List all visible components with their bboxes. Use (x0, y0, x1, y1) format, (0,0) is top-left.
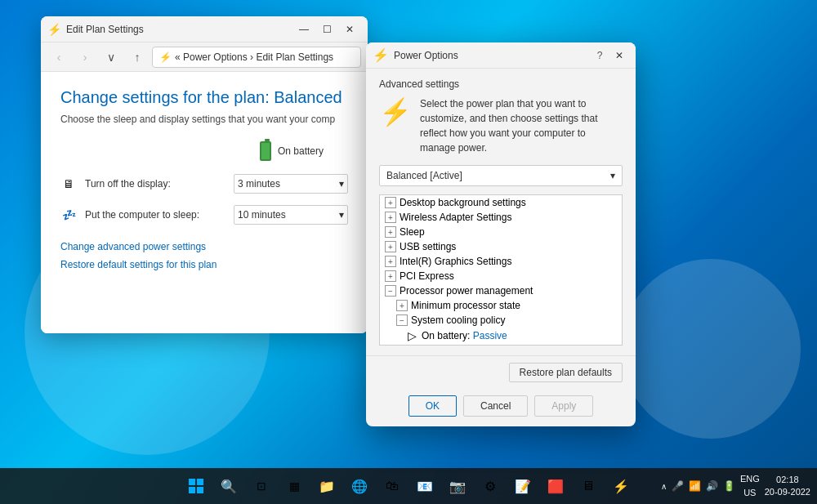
power-options-title: Power Options (394, 50, 590, 61)
tree-item-cooling[interactable]: − System cooling policy (380, 313, 622, 328)
sleep-icon: 💤 (60, 207, 77, 223)
up-button[interactable]: ↑ (126, 46, 149, 69)
svg-rect-0 (189, 479, 195, 485)
dropdown-arrow-icon-2: ▾ (339, 209, 344, 221)
settings-tree[interactable]: + Desktop background settings + Wireless… (379, 194, 623, 346)
power-options-image: ⚡ (379, 96, 412, 127)
tree-item-min-proc[interactable]: + Minimum processor state (380, 298, 622, 313)
address-text: « Power Options › Edit Plan Settings (175, 51, 333, 63)
sleep-dropdown[interactable]: 10 minutes ▾ (234, 205, 348, 225)
taskbar-app-explorer[interactable]: 📁 (312, 471, 342, 501)
expand-icon-cooling[interactable]: − (396, 314, 408, 326)
taskbar-time: 02:18 (765, 474, 810, 486)
taskbar-app-onenote[interactable]: 📝 (508, 471, 538, 501)
turn-off-display-row: 🖥 Turn off the display: 3 minutes ▾ (60, 174, 348, 194)
tree-item-on-battery[interactable]: ▷ On battery: Passive (380, 328, 622, 344)
tree-label-on-battery: On battery: Passive (422, 330, 507, 341)
taskbar-mic-icon[interactable]: 🎤 (672, 480, 684, 492)
svg-rect-2 (189, 487, 195, 493)
taskbar-app-store[interactable]: 🛍 (377, 471, 407, 501)
on-battery-value: Passive (473, 330, 507, 341)
restore-defaults-link[interactable]: Restore default settings for this plan (60, 259, 348, 270)
tree-item-pci[interactable]: + PCI Express (380, 269, 622, 283)
expand-icon-pci[interactable]: + (385, 270, 396, 282)
dialog-body: Advanced settings ⚡ Select the power pla… (366, 69, 636, 355)
maximize-button[interactable]: ☐ (315, 18, 338, 41)
taskbar-wifi-icon[interactable]: 📶 (689, 480, 701, 492)
start-button[interactable] (181, 471, 211, 501)
expand-icon-intel[interactable]: + (385, 256, 396, 267)
taskbar-app-settings[interactable]: ⚙ (475, 471, 505, 501)
taskbar-app-power[interactable]: ⚡ (606, 471, 636, 501)
tree-label-processor: Processor power management (400, 285, 533, 297)
widgets-button[interactable]: ▦ (279, 471, 309, 501)
taskbar-volume-icon[interactable]: 🔊 (706, 480, 718, 492)
taskbar-date: 20-09-2022 (765, 486, 810, 498)
expand-icon-desktop-bg[interactable]: + (385, 197, 396, 208)
display-icon: 🖥 (60, 176, 77, 192)
taskbar-region-text: US (743, 488, 756, 498)
taskview-button[interactable]: ⊡ (247, 471, 276, 501)
apply-button[interactable]: Apply (534, 395, 593, 417)
tree-label-usb: USB settings (400, 241, 456, 252)
tree-item-sleep[interactable]: + Sleep (380, 225, 622, 239)
dialog-action-buttons: OK Cancel Apply (366, 389, 636, 426)
taskbar-battery-icon[interactable]: 🔋 (723, 480, 735, 492)
plan-select-value: Balanced [Active] (386, 170, 462, 181)
cancel-button[interactable]: Cancel (463, 395, 528, 417)
back-button[interactable]: ‹ (47, 46, 70, 69)
edit-plan-content: Change settings for the plan: Balanced C… (41, 72, 368, 333)
tree-item-intel[interactable]: + Intel(R) Graphics Settings (380, 254, 622, 269)
taskbar-lang-text: ENG (740, 474, 760, 484)
taskbar-app-photos[interactable]: 📷 (443, 471, 472, 501)
taskbar-app-mail[interactable]: 📧 (410, 471, 440, 501)
plan-select-dropdown[interactable]: Balanced [Active] ▾ (379, 165, 623, 186)
expand-icon-usb[interactable]: + (385, 241, 396, 252)
edit-plan-titlebar: ⚡ Edit Plan Settings — ☐ ✕ (41, 16, 368, 42)
address-bar[interactable]: ⚡ « Power Options › Edit Plan Settings (152, 47, 361, 68)
battery-label: On battery (278, 145, 324, 157)
taskbar-app-red[interactable]: 🟥 (541, 471, 570, 501)
close-button[interactable]: ✕ (338, 18, 361, 41)
recent-button[interactable]: ∨ (100, 46, 123, 69)
svg-rect-1 (197, 479, 203, 485)
power-options-dialog: ⚡ Power Options ? ✕ Advanced settings ⚡ … (366, 42, 636, 426)
cursor-arrow-icon: ▷ (408, 329, 417, 342)
column-headers: On battery (60, 141, 348, 161)
taskbar-clock[interactable]: 02:18 20-09-2022 (765, 474, 810, 499)
forward-button[interactable]: › (74, 46, 96, 69)
plan-dropdown-arrow-icon: ▾ (610, 170, 615, 181)
power-options-titlebar: ⚡ Power Options ? ✕ (366, 42, 636, 69)
page-subtext: Choose the sleep and display settings th… (60, 114, 348, 125)
tree-item-plugged-in[interactable]: Plugged in: Passive (380, 344, 622, 346)
tree-item-desktop-bg[interactable]: + Desktop background settings (380, 195, 622, 210)
page-heading: Change settings for the plan: Balanced (60, 88, 348, 107)
expand-icon-sleep[interactable]: + (385, 226, 396, 238)
restore-plan-defaults-button[interactable]: Restore plan defaults (509, 363, 623, 382)
tree-label-cooling: System cooling policy (411, 314, 505, 326)
search-button[interactable]: 🔍 (214, 471, 243, 501)
edit-plan-title: Edit Plan Settings (66, 24, 292, 35)
taskbar-app-terminal[interactable]: 🖥 (574, 471, 603, 501)
dialog-description-text: Select the power plan that you want to c… (420, 96, 623, 155)
tree-item-processor[interactable]: − Processor power management (380, 283, 622, 298)
expand-icon-processor[interactable]: − (385, 285, 396, 297)
help-button[interactable]: ? (590, 46, 609, 65)
taskbar-app-edge[interactable]: 🌐 (345, 471, 374, 501)
navigation-toolbar: ‹ › ∨ ↑ ⚡ « Power Options › Edit Plan Se… (41, 42, 368, 72)
minimize-button[interactable]: — (292, 18, 315, 41)
expand-icon-min-proc[interactable]: + (396, 300, 408, 311)
taskbar-chevron-icon[interactable]: ∧ (661, 482, 667, 491)
change-advanced-link[interactable]: Change advanced power settings (60, 241, 348, 252)
taskbar-language[interactable]: ENG US (740, 474, 760, 498)
tree-item-wireless[interactable]: + Wireless Adapter Settings (380, 210, 622, 225)
tree-item-usb[interactable]: + USB settings (380, 239, 622, 254)
expand-icon-wireless[interactable]: + (385, 212, 396, 223)
taskbar-right: ∧ 🎤 📶 🔊 🔋 ENG US 02:18 20-09-2022 (661, 474, 810, 499)
display-dropdown[interactable]: 3 minutes ▾ (234, 174, 348, 194)
sleep-label: Put the computer to sleep: (85, 209, 225, 221)
dialog-close-button[interactable]: ✕ (609, 46, 629, 65)
tree-label-sleep: Sleep (400, 226, 425, 238)
edit-plan-icon: ⚡ (47, 23, 61, 36)
ok-button[interactable]: OK (408, 395, 457, 417)
